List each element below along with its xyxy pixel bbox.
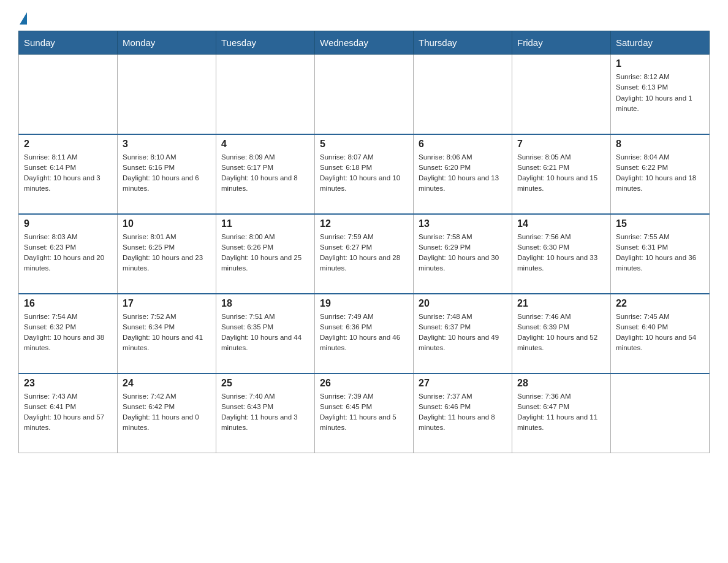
day-info: Sunrise: 7:42 AM Sunset: 6:42 PM Dayligh… — [123, 391, 211, 434]
day-number: 7 — [517, 139, 605, 150]
calendar-cell: 13Sunrise: 7:58 AM Sunset: 6:29 PM Dayli… — [414, 214, 512, 294]
day-info: Sunrise: 8:06 AM Sunset: 6:20 PM Dayligh… — [419, 152, 507, 194]
day-info: Sunrise: 7:45 AM Sunset: 6:40 PM Dayligh… — [616, 312, 704, 354]
day-number: 10 — [123, 218, 211, 229]
calendar-cell — [19, 55, 118, 134]
day-number: 8 — [616, 139, 704, 150]
calendar-cell: 2Sunrise: 8:11 AM Sunset: 6:14 PM Daylig… — [19, 134, 118, 214]
calendar-cell: 7Sunrise: 8:05 AM Sunset: 6:21 PM Daylig… — [512, 134, 611, 214]
day-info: Sunrise: 8:05 AM Sunset: 6:21 PM Dayligh… — [517, 152, 605, 194]
calendar-header-tuesday: Tuesday — [216, 31, 315, 55]
day-info: Sunrise: 8:07 AM Sunset: 6:18 PM Dayligh… — [320, 152, 408, 194]
day-number: 23 — [24, 378, 112, 389]
day-number: 11 — [221, 218, 309, 229]
day-info: Sunrise: 7:52 AM Sunset: 6:34 PM Dayligh… — [123, 312, 211, 354]
day-info: Sunrise: 8:00 AM Sunset: 6:26 PM Dayligh… — [221, 232, 309, 274]
calendar-cell: 1Sunrise: 8:12 AM Sunset: 6:13 PM Daylig… — [611, 55, 710, 134]
calendar-week-4: 16Sunrise: 7:54 AM Sunset: 6:32 PM Dayli… — [19, 294, 710, 373]
calendar-cell: 15Sunrise: 7:55 AM Sunset: 6:31 PM Dayli… — [611, 214, 710, 294]
day-info: Sunrise: 8:09 AM Sunset: 6:17 PM Dayligh… — [221, 152, 309, 194]
day-info: Sunrise: 7:56 AM Sunset: 6:30 PM Dayligh… — [517, 232, 605, 274]
calendar-cell — [414, 55, 512, 134]
day-number: 22 — [616, 298, 704, 309]
day-number: 18 — [221, 298, 309, 309]
calendar-cell: 17Sunrise: 7:52 AM Sunset: 6:34 PM Dayli… — [118, 294, 216, 373]
calendar-cell: 25Sunrise: 7:40 AM Sunset: 6:43 PM Dayli… — [216, 373, 315, 453]
day-info: Sunrise: 7:43 AM Sunset: 6:41 PM Dayligh… — [24, 391, 112, 434]
day-info: Sunrise: 7:37 AM Sunset: 6:46 PM Dayligh… — [419, 391, 507, 434]
day-info: Sunrise: 8:10 AM Sunset: 6:16 PM Dayligh… — [123, 152, 211, 194]
day-info: Sunrise: 8:12 AM Sunset: 6:13 PM Dayligh… — [616, 72, 704, 114]
calendar-cell: 21Sunrise: 7:46 AM Sunset: 6:39 PM Dayli… — [512, 294, 611, 373]
day-number: 12 — [320, 218, 408, 229]
day-number: 24 — [123, 378, 211, 389]
calendar-cell: 19Sunrise: 7:49 AM Sunset: 6:36 PM Dayli… — [315, 294, 414, 373]
calendar-header-row: SundayMondayTuesdayWednesdayThursdayFrid… — [19, 31, 710, 55]
day-number: 16 — [24, 298, 112, 309]
day-number: 17 — [123, 298, 211, 309]
calendar-cell: 26Sunrise: 7:39 AM Sunset: 6:45 PM Dayli… — [315, 373, 414, 453]
logo-triangle-icon — [20, 12, 27, 25]
day-info: Sunrise: 8:11 AM Sunset: 6:14 PM Dayligh… — [24, 152, 112, 194]
day-info: Sunrise: 7:54 AM Sunset: 6:32 PM Dayligh… — [24, 312, 112, 354]
calendar-cell: 4Sunrise: 8:09 AM Sunset: 6:17 PM Daylig… — [216, 134, 315, 214]
calendar-header-thursday: Thursday — [414, 31, 512, 55]
day-info: Sunrise: 7:58 AM Sunset: 6:29 PM Dayligh… — [419, 232, 507, 274]
calendar-cell: 27Sunrise: 7:37 AM Sunset: 6:46 PM Dayli… — [414, 373, 512, 453]
calendar-cell: 5Sunrise: 8:07 AM Sunset: 6:18 PM Daylig… — [315, 134, 414, 214]
day-number: 1 — [616, 58, 704, 69]
calendar-header-wednesday: Wednesday — [315, 31, 414, 55]
calendar-cell: 12Sunrise: 7:59 AM Sunset: 6:27 PM Dayli… — [315, 214, 414, 294]
calendar-cell: 20Sunrise: 7:48 AM Sunset: 6:37 PM Dayli… — [414, 294, 512, 373]
day-number: 2 — [24, 139, 112, 150]
calendar-header-friday: Friday — [512, 31, 611, 55]
day-number: 20 — [419, 298, 507, 309]
day-number: 3 — [123, 139, 211, 150]
calendar-week-3: 9Sunrise: 8:03 AM Sunset: 6:23 PM Daylig… — [19, 214, 710, 294]
calendar-cell: 18Sunrise: 7:51 AM Sunset: 6:35 PM Dayli… — [216, 294, 315, 373]
day-number: 26 — [320, 378, 408, 389]
day-info: Sunrise: 7:36 AM Sunset: 6:47 PM Dayligh… — [517, 391, 605, 434]
calendar-cell: 8Sunrise: 8:04 AM Sunset: 6:22 PM Daylig… — [611, 134, 710, 214]
day-info: Sunrise: 8:04 AM Sunset: 6:22 PM Dayligh… — [616, 152, 704, 194]
day-number: 4 — [221, 139, 309, 150]
day-number: 19 — [320, 298, 408, 309]
day-number: 14 — [517, 218, 605, 229]
calendar-cell: 28Sunrise: 7:36 AM Sunset: 6:47 PM Dayli… — [512, 373, 611, 453]
calendar-body: 1Sunrise: 8:12 AM Sunset: 6:13 PM Daylig… — [19, 55, 710, 453]
calendar-cell — [118, 55, 216, 134]
day-info: Sunrise: 7:55 AM Sunset: 6:31 PM Dayligh… — [616, 232, 704, 274]
calendar-cell: 3Sunrise: 8:10 AM Sunset: 6:16 PM Daylig… — [118, 134, 216, 214]
calendar-cell: 22Sunrise: 7:45 AM Sunset: 6:40 PM Dayli… — [611, 294, 710, 373]
calendar-cell: 14Sunrise: 7:56 AM Sunset: 6:30 PM Dayli… — [512, 214, 611, 294]
calendar-header-monday: Monday — [118, 31, 216, 55]
day-info: Sunrise: 7:39 AM Sunset: 6:45 PM Dayligh… — [320, 391, 408, 434]
day-info: Sunrise: 7:59 AM Sunset: 6:27 PM Dayligh… — [320, 232, 408, 274]
page-header — [18, 12, 710, 25]
day-number: 15 — [616, 218, 704, 229]
day-number: 6 — [419, 139, 507, 150]
day-number: 13 — [419, 218, 507, 229]
day-info: Sunrise: 7:40 AM Sunset: 6:43 PM Dayligh… — [221, 391, 309, 434]
day-info: Sunrise: 7:46 AM Sunset: 6:39 PM Dayligh… — [517, 312, 605, 354]
calendar-table: SundayMondayTuesdayWednesdayThursdayFrid… — [18, 31, 710, 453]
calendar-week-1: 1Sunrise: 8:12 AM Sunset: 6:13 PM Daylig… — [19, 55, 710, 134]
day-info: Sunrise: 7:48 AM Sunset: 6:37 PM Dayligh… — [419, 312, 507, 354]
day-number: 27 — [419, 378, 507, 389]
logo — [18, 12, 28, 25]
calendar-cell — [611, 373, 710, 453]
day-number: 21 — [517, 298, 605, 309]
calendar-cell: 11Sunrise: 8:00 AM Sunset: 6:26 PM Dayli… — [216, 214, 315, 294]
calendar-cell: 24Sunrise: 7:42 AM Sunset: 6:42 PM Dayli… — [118, 373, 216, 453]
day-info: Sunrise: 8:03 AM Sunset: 6:23 PM Dayligh… — [24, 232, 112, 274]
day-info: Sunrise: 7:51 AM Sunset: 6:35 PM Dayligh… — [221, 312, 309, 354]
day-number: 5 — [320, 139, 408, 150]
day-number: 25 — [221, 378, 309, 389]
calendar-week-5: 23Sunrise: 7:43 AM Sunset: 6:41 PM Dayli… — [19, 373, 710, 453]
day-info: Sunrise: 7:49 AM Sunset: 6:36 PM Dayligh… — [320, 312, 408, 354]
day-number: 28 — [517, 378, 605, 389]
calendar-cell: 6Sunrise: 8:06 AM Sunset: 6:20 PM Daylig… — [414, 134, 512, 214]
calendar-header-saturday: Saturday — [611, 31, 710, 55]
calendar-cell — [512, 55, 611, 134]
day-number: 9 — [24, 218, 112, 229]
